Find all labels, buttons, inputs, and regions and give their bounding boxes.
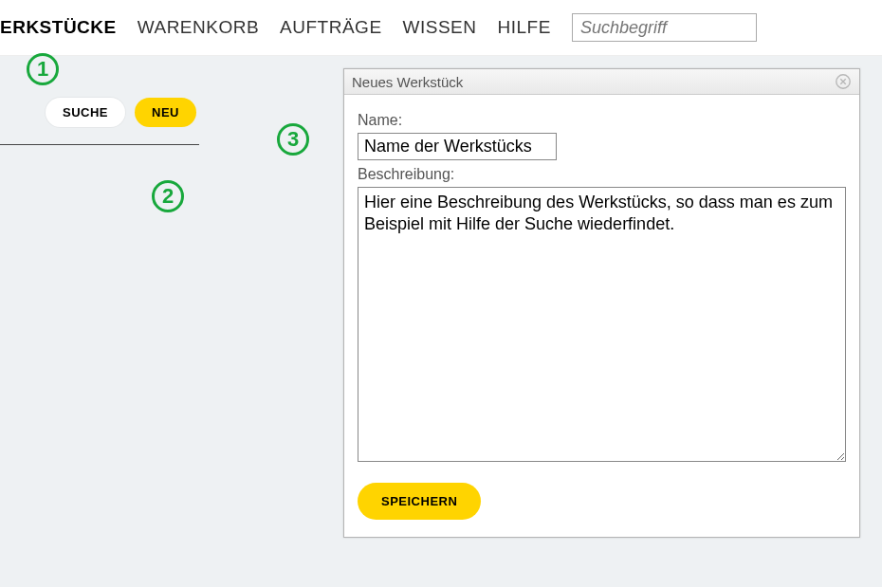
neu-button[interactable]: NEU (135, 98, 196, 127)
close-icon[interactable] (835, 73, 852, 90)
nav-werkstuecke[interactable]: ERKSTÜCKE (0, 17, 117, 38)
divider (0, 144, 199, 145)
nav-wissen[interactable]: WISSEN (403, 17, 477, 38)
description-textarea[interactable] (358, 187, 846, 462)
nav-warenkorb[interactable]: WARENKORB (138, 17, 259, 38)
suche-button[interactable]: SUCHE (46, 98, 125, 127)
dialog-title: Neues Werkstück (352, 74, 463, 90)
dialog-body: Name: Beschreibung: SPEICHERN (344, 95, 859, 537)
new-werkstueck-dialog: Neues Werkstück Name: Beschreibung: SPEI… (343, 68, 860, 538)
nav-auftraege[interactable]: AUFTRÄGE (280, 17, 381, 38)
dialog-titlebar: Neues Werkstück (344, 69, 859, 95)
top-navigation: ERKSTÜCKE WARENKORB AUFTRÄGE WISSEN HILF… (0, 0, 882, 56)
name-label: Name: (358, 112, 846, 129)
description-label: Beschreibung: (358, 166, 846, 183)
annotation-2: 2 (152, 180, 184, 212)
global-search-input[interactable] (572, 13, 757, 42)
nav-hilfe[interactable]: HILFE (498, 17, 551, 38)
annotation-3: 3 (277, 123, 309, 156)
annotation-1: 1 (27, 53, 59, 85)
speichern-button[interactable]: SPEICHERN (358, 483, 481, 520)
name-input[interactable] (358, 133, 557, 160)
